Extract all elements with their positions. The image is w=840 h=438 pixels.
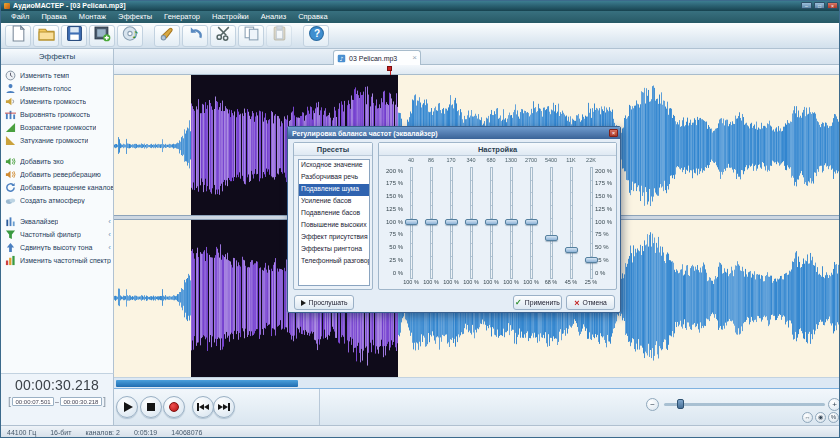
menu-item-Генератор[interactable]: Генератор bbox=[158, 11, 206, 23]
minimize-button[interactable]: – bbox=[801, 2, 812, 9]
fit-width-button[interactable]: ↔ bbox=[802, 412, 813, 423]
cancel-button[interactable]: × Отмена bbox=[566, 295, 615, 310]
band-slider-handle[interactable] bbox=[445, 219, 458, 225]
menu-item-Правка[interactable]: Правка bbox=[35, 11, 72, 23]
sidebar-item-equalizer[interactable]: Эквалайзер‹ bbox=[1, 215, 113, 228]
sidebar-item-pitch-shift[interactable]: Сдвинуть высоту тона‹ bbox=[1, 241, 113, 254]
preset-item-2[interactable]: Подавление шума bbox=[299, 184, 369, 196]
sidebar-item-change-tempo[interactable]: Изменить темп bbox=[1, 69, 113, 82]
transport-record-button[interactable] bbox=[163, 396, 185, 418]
preset-item-7[interactable]: Эффекты рингтона bbox=[299, 244, 369, 256]
toolbar-undo-button[interactable] bbox=[182, 25, 208, 47]
band-slider-handle[interactable] bbox=[545, 235, 558, 241]
preset-item-8[interactable]: Телефонный разговор bbox=[299, 256, 369, 268]
paste-icon bbox=[271, 25, 288, 46]
toolbar-save-file-button[interactable] bbox=[61, 25, 87, 47]
maximize-button[interactable]: □ bbox=[814, 2, 825, 9]
preset-item-5[interactable]: Повышение высоких bbox=[299, 220, 369, 232]
scrollbar-thumb[interactable] bbox=[116, 380, 298, 387]
playhead-marker[interactable] bbox=[387, 66, 392, 71]
band-slider-track[interactable] bbox=[570, 167, 573, 279]
sidebar-item-volume-fade-out[interactable]: Затухание громкости bbox=[1, 134, 113, 147]
transport-play-button[interactable] bbox=[116, 396, 138, 418]
sidebar-item-change-voice[interactable]: Изменить голос bbox=[1, 82, 113, 95]
toolbar-burn-disc-button[interactable]: ♪ bbox=[117, 25, 143, 47]
preview-button[interactable]: Прослушать bbox=[294, 295, 354, 310]
selection-end-field[interactable]: 00:00:30.218 bbox=[60, 397, 102, 406]
sidebar-item-change-spectrum[interactable]: Изменить частотный спектр bbox=[1, 254, 113, 267]
toolbar-new-file-button[interactable] bbox=[5, 25, 31, 47]
tab-pelican[interactable]: ♪ 03 Pelican.mp3 × bbox=[333, 50, 421, 65]
sidebar-item-volume-fade-in[interactable]: Возрастание громкости bbox=[1, 121, 113, 134]
sidebar-item-label: Изменить темп bbox=[20, 72, 69, 79]
band-slider-handle[interactable] bbox=[465, 219, 478, 225]
zoom-out-button[interactable]: − bbox=[646, 398, 659, 411]
timeline-ruler[interactable] bbox=[114, 65, 840, 75]
percent-scale-right: 25 % bbox=[595, 257, 617, 263]
expand-arrow-icon[interactable]: ‹ bbox=[108, 243, 113, 252]
save-icon bbox=[66, 25, 83, 46]
horn-icon bbox=[159, 25, 176, 46]
menu-item-Настройки[interactable]: Настройки bbox=[206, 11, 255, 23]
band-slider-handle[interactable] bbox=[485, 219, 498, 225]
toolbar-export-video-button[interactable] bbox=[89, 25, 115, 47]
preset-item-3[interactable]: Усиление басов bbox=[299, 196, 369, 208]
band-value-label: 100 % bbox=[440, 279, 462, 285]
sidebar-item-add-reverb[interactable]: Добавить реверберацию bbox=[1, 168, 113, 181]
sidebar-item-frequency-filter[interactable]: Частотный фильтр‹ bbox=[1, 228, 113, 241]
percent-scale-right: 175 % bbox=[595, 180, 617, 186]
band-slider-handle[interactable] bbox=[525, 219, 538, 225]
menu-item-Анализ[interactable]: Анализ bbox=[255, 11, 292, 23]
dialog-close-button[interactable]: × bbox=[609, 129, 618, 137]
zoom-scale-button[interactable]: % bbox=[828, 412, 839, 423]
play-icon bbox=[301, 300, 306, 306]
menu-bar: ФайлПравкаМонтажЭффектыГенераторНастройк… bbox=[1, 11, 840, 23]
transport-skip-end-button[interactable] bbox=[213, 396, 235, 418]
band-freq-label: 340 bbox=[461, 157, 481, 163]
sidebar-item-normalize-volume[interactable]: Выровнять громкость bbox=[1, 108, 113, 121]
menu-item-Монтаж[interactable]: Монтаж bbox=[73, 11, 112, 23]
band-slider-handle[interactable] bbox=[425, 219, 438, 225]
band-value-label: 45 % bbox=[560, 279, 582, 285]
preset-item-0[interactable]: Исходное значение bbox=[299, 160, 369, 172]
band-slider-handle[interactable] bbox=[565, 247, 578, 253]
stop-icon bbox=[147, 403, 155, 411]
sidebar-item-add-echo[interactable]: Добавить эхо bbox=[1, 155, 113, 168]
close-button[interactable]: × bbox=[827, 2, 838, 9]
tab-close-icon[interactable]: × bbox=[412, 54, 417, 62]
sidebar-item-add-channel-rotation[interactable]: Добавить вращение каналов bbox=[1, 181, 113, 194]
menu-item-Файл[interactable]: Файл bbox=[5, 11, 35, 23]
transport-skip-start-button[interactable] bbox=[192, 396, 214, 418]
sidebar-item-label: Возрастание громкости bbox=[20, 124, 96, 131]
toolbar-open-file-button[interactable] bbox=[33, 25, 59, 47]
band-slider-handle[interactable] bbox=[405, 219, 418, 225]
fit-selection-button[interactable]: ◉ bbox=[815, 412, 826, 423]
transport-stop-button[interactable] bbox=[140, 396, 162, 418]
toolbar-capture-sound-button[interactable] bbox=[154, 25, 180, 47]
toolbar-cut-button[interactable] bbox=[210, 25, 236, 47]
expand-arrow-icon[interactable]: ‹ bbox=[108, 217, 113, 226]
zoom-in-button[interactable]: + bbox=[828, 398, 840, 411]
zoom-slider-handle[interactable] bbox=[677, 399, 684, 409]
band-slider-track[interactable] bbox=[550, 167, 553, 279]
percent-scale-right: 200 % bbox=[595, 168, 617, 174]
preset-item-1[interactable]: Разборчивая речь bbox=[299, 172, 369, 184]
waveform-scrollbar[interactable] bbox=[114, 377, 840, 389]
zoom-slider-track[interactable] bbox=[664, 403, 825, 406]
sidebar-item-change-volume[interactable]: Изменить громкость bbox=[1, 95, 113, 108]
preset-item-6[interactable]: Эффект присутствия bbox=[299, 232, 369, 244]
apply-button[interactable]: ✓ Применить bbox=[513, 295, 562, 310]
band-slider-handle[interactable] bbox=[585, 257, 598, 263]
menu-item-Справка[interactable]: Справка bbox=[292, 11, 333, 23]
time-panel: 00:00:30.218 [ 00:00:07.501 – 00:00:30.2… bbox=[1, 373, 114, 425]
preset-item-4[interactable]: Подавление басов bbox=[299, 208, 369, 220]
band-value-label: 100 % bbox=[500, 279, 522, 285]
toolbar-copy-button[interactable] bbox=[238, 25, 264, 47]
selection-start-field[interactable]: 00:00:07.501 bbox=[12, 397, 54, 406]
toolbar-help-button[interactable]: ? bbox=[303, 25, 329, 47]
expand-arrow-icon[interactable]: ‹ bbox=[108, 230, 113, 239]
sidebar-item-create-atmosphere[interactable]: Создать атмосферу bbox=[1, 194, 113, 207]
menu-item-Эффекты[interactable]: Эффекты bbox=[112, 11, 158, 23]
svg-text:?: ? bbox=[313, 28, 319, 39]
band-slider-handle[interactable] bbox=[505, 219, 518, 225]
